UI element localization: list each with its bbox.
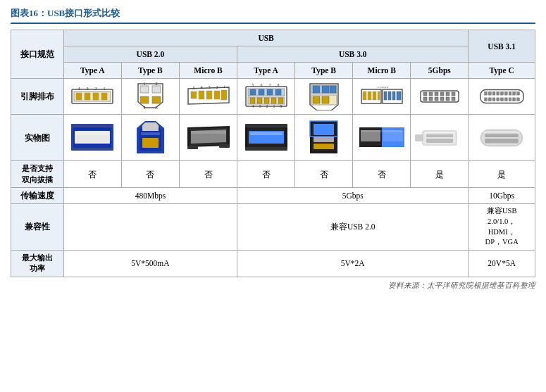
svg-text:4: 4 (252, 104, 254, 108)
bidir-usb30-b: 否 (295, 161, 353, 188)
svg-rect-11 (152, 86, 161, 93)
svg-rect-32 (267, 89, 273, 95)
photo-label: 实物图 (11, 115, 64, 161)
svg-text:4: 4 (78, 86, 81, 91)
svg-rect-98 (516, 98, 519, 101)
svg-rect-65 (397, 91, 401, 100)
bidir-lightning: 是 (411, 161, 469, 188)
type-usb30-lightning: 5Gbps (411, 63, 469, 79)
pin-usb20-micro: 5 4 3 2 1 (179, 79, 237, 115)
svg-rect-103 (71, 148, 113, 151)
svg-rect-70 (435, 92, 438, 96)
svg-text:2: 2 (155, 82, 158, 87)
svg-text:2: 2 (266, 104, 268, 108)
svg-rect-78 (446, 97, 449, 101)
svg-rect-118 (314, 144, 334, 149)
svg-rect-131 (485, 139, 519, 144)
usb31-header: USB 3.1 (469, 30, 535, 63)
svg-rect-92 (492, 98, 495, 101)
svg-rect-36 (257, 98, 262, 103)
svg-rect-72 (446, 92, 449, 96)
svg-rect-95 (504, 98, 507, 101)
svg-rect-87 (509, 92, 511, 96)
svg-rect-22 (221, 90, 227, 100)
speed-usb20: 480Mbps (63, 188, 237, 204)
svg-text:3: 3 (259, 104, 261, 108)
svg-rect-96 (509, 98, 511, 101)
svg-rect-74 (423, 97, 427, 101)
svg-text:+0.0mm: +0.0mm (375, 87, 388, 89)
svg-rect-106 (141, 132, 160, 135)
bidir-usb20-a: 否 (63, 161, 121, 188)
bidir-usb30-a: 否 (237, 161, 295, 188)
svg-rect-94 (500, 98, 503, 101)
svg-rect-20 (206, 91, 212, 99)
svg-rect-62 (384, 91, 387, 100)
type-usb20-b: Type B (121, 63, 179, 79)
photo-lightning (411, 115, 469, 161)
speed-usb30: 5Gbps (237, 188, 469, 204)
type-usb31-c: Type C (469, 63, 535, 79)
svg-rect-38 (271, 98, 276, 103)
svg-rect-75 (429, 97, 433, 101)
svg-rect-109 (219, 144, 230, 148)
svg-rect-58 (363, 91, 366, 100)
power-usb30: 5V*2A (237, 250, 469, 277)
source-footer: 资料来源：太平洋研究院根据维基百科整理 (11, 281, 535, 291)
svg-text:3: 3 (208, 86, 210, 89)
svg-rect-97 (512, 98, 515, 101)
svg-rect-86 (504, 92, 507, 96)
svg-text:5: 5 (192, 86, 194, 90)
photo-usb20-b (121, 115, 179, 161)
svg-rect-79 (452, 97, 455, 101)
svg-rect-132 (484, 131, 520, 134)
svg-rect-63 (388, 91, 391, 100)
pin-usb31-c (469, 79, 535, 115)
svg-rect-125 (426, 139, 453, 143)
svg-rect-3 (85, 93, 90, 100)
usb30-subheader: USB 3.0 (237, 46, 469, 63)
photo-usb30-b (295, 115, 353, 161)
svg-rect-13 (152, 96, 161, 103)
svg-rect-51 (322, 86, 329, 93)
svg-text:6: 6 (260, 84, 262, 87)
chart-title: 图表16：USB接口形式比较 (11, 7, 535, 24)
svg-rect-89 (516, 92, 519, 96)
svg-text:3: 3 (87, 86, 89, 91)
photo-usb20-micro (179, 115, 237, 161)
svg-text:5: 5 (252, 84, 254, 87)
svg-rect-5 (101, 93, 107, 100)
svg-rect-73 (452, 92, 455, 96)
svg-rect-77 (440, 97, 444, 101)
svg-rect-121 (361, 130, 402, 132)
speed-usb31: 10Gbps (469, 188, 535, 204)
type-usb20-a: Type A (63, 63, 121, 79)
svg-text:9: 9 (280, 104, 282, 108)
svg-rect-114 (245, 124, 287, 127)
compat-usb30: 兼容USB 2.0 (237, 204, 469, 251)
svg-text:3: 3 (155, 105, 158, 110)
svg-rect-107 (191, 131, 226, 134)
svg-rect-88 (512, 92, 515, 96)
pin-layout-label: 引脚排布 (11, 79, 64, 115)
svg-text:8: 8 (277, 84, 279, 87)
svg-rect-104 (76, 132, 108, 135)
power-label: 最大输出 功率 (11, 250, 64, 277)
svg-rect-82 (488, 92, 491, 96)
photo-usb31-c (469, 115, 535, 161)
svg-rect-81 (484, 92, 487, 96)
svg-text:2: 2 (216, 86, 218, 89)
comparison-table: 接口规范 USB USB 3.1 USB 2.0 USB 3.0 Type A … (11, 30, 535, 277)
svg-rect-71 (440, 92, 444, 96)
pin-usb30-a: 5 6 7 8 4 3 2 1 9 (237, 79, 295, 115)
svg-rect-37 (264, 98, 269, 103)
bidir-usb31-c: 是 (469, 161, 535, 188)
bidir-usb30-micro: 否 (353, 161, 411, 188)
bidir-usb20-micro: 否 (179, 161, 237, 188)
power-usb20: 5V*500mA (63, 250, 237, 277)
svg-text:7: 7 (268, 84, 271, 87)
svg-rect-61 (378, 91, 380, 100)
svg-rect-85 (500, 92, 503, 96)
svg-rect-93 (497, 98, 500, 101)
svg-rect-105 (142, 138, 159, 148)
